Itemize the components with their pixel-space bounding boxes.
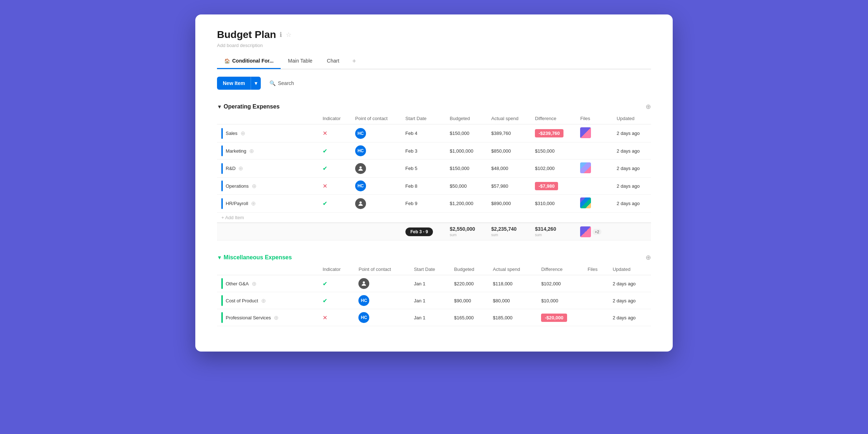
updated-cell: 2 days ago	[612, 195, 651, 213]
misc-updated-cell: 2 days ago	[608, 309, 651, 326]
misc-row-name-cell-1: Cost of Product ⊕	[217, 292, 318, 309]
home-icon: 🏠	[224, 58, 230, 64]
misc-contact-cell: HC	[354, 309, 409, 326]
row-add-icon[interactable]: ⊕	[238, 165, 243, 172]
row-add-icon[interactable]: ⊕	[241, 130, 245, 137]
file-thumbnail[interactable]	[580, 127, 591, 138]
col-start-date: Start Date	[401, 113, 446, 124]
summary-row: Feb 3 - 9 $2,550,000 sum $2,235,740 sum …	[217, 223, 651, 241]
search-button[interactable]: 🔍 Search	[265, 77, 298, 89]
row-add-icon[interactable]: ⊕	[252, 183, 256, 190]
row-name: Operations	[226, 183, 249, 189]
table-row: Marketing ⊕ ✔ HC Feb 3 $1,000,000 $850,0…	[217, 142, 651, 159]
misc-row-add-icon[interactable]: ⊕	[252, 280, 256, 287]
misc-start-date-cell: Jan 1	[409, 309, 450, 326]
misc-updated-cell: 2 days ago	[608, 275, 651, 292]
summary-file-thumb	[580, 226, 591, 237]
misc-row-add-icon[interactable]: ⊕	[274, 314, 278, 321]
col-difference: Difference	[531, 113, 576, 124]
misc-expenses-toggle[interactable]: ▼	[217, 255, 222, 260]
start-date-cell: Feb 5	[401, 159, 446, 178]
summary-empty	[217, 223, 318, 241]
indicator-cell: ✕	[318, 178, 351, 195]
info-icon[interactable]: ℹ	[280, 31, 282, 39]
start-date-cell: Feb 8	[401, 178, 446, 195]
table-row: HR/Payroll ⊕ ✔ Feb 9 $1,200,000 $890,000…	[217, 195, 651, 213]
table-row: Operations ⊕ ✕ HC Feb 8 $50,000 $57,980 …	[217, 178, 651, 195]
misc-updated-cell: 2 days ago	[608, 292, 651, 309]
search-icon: 🔍	[269, 80, 276, 86]
table-row: Sales ⊕ ✕ HC Feb 4 $150,000 $389,760 -$2…	[217, 124, 651, 142]
misc-budgeted-cell: $90,000	[450, 292, 489, 309]
misc-col-updated: Updated	[608, 264, 651, 275]
misc-row-name: Cost of Product	[226, 298, 258, 303]
indicator-x: ✕	[323, 183, 327, 189]
misc-indicator-cell: ✔	[318, 275, 354, 292]
avatar: HC	[358, 312, 369, 323]
col-actual-spend: Actual spend	[487, 113, 531, 124]
tab-chart[interactable]: Chart	[320, 54, 346, 69]
contact-cell	[351, 195, 401, 213]
indicator-x: ✕	[323, 130, 327, 136]
misc-start-date-cell: Jan 1	[409, 275, 450, 292]
row-bar	[221, 128, 223, 139]
misc-row-bar	[221, 278, 223, 289]
misc-row-add-icon[interactable]: ⊕	[261, 297, 266, 304]
indicator-cell: ✔	[318, 195, 351, 213]
updated-cell: 2 days ago	[612, 178, 651, 195]
file-thumbnail[interactable]	[580, 197, 591, 208]
title-row: Budget Plan ℹ ☆	[217, 29, 651, 41]
operating-expenses-toggle[interactable]: ▼	[217, 104, 222, 110]
board-title: Budget Plan	[217, 29, 276, 41]
indicator-x: ✕	[323, 315, 327, 321]
row-name: Marketing	[226, 148, 246, 154]
add-item-label[interactable]: + Add Item	[217, 213, 651, 223]
add-item-row[interactable]: + Add Item	[217, 213, 651, 223]
tab-conditional[interactable]: 🏠 Conditional For...	[217, 54, 281, 69]
col-updated: Updated	[612, 113, 651, 124]
files-cell	[576, 195, 612, 213]
misc-row-name: Professional Services	[226, 315, 271, 320]
misc-table-row: Professional Services ⊕ ✕ HC Jan 1 $165,…	[217, 309, 651, 326]
budgeted-cell: $150,000	[446, 159, 487, 178]
board-description[interactable]: Add board description	[217, 43, 651, 48]
avatar: HC	[355, 180, 366, 191]
contact-cell	[351, 159, 401, 178]
actual-spend-cell: $890,000	[487, 195, 531, 213]
contact-cell: HC	[351, 142, 401, 159]
misc-col-name	[217, 264, 318, 275]
new-item-button[interactable]: New Item ▾	[217, 77, 261, 90]
avatar: HC	[355, 145, 366, 156]
row-name-cell-2: R&D ⊕	[217, 159, 318, 178]
misc-expenses-add-btn[interactable]: ⊕	[646, 254, 651, 261]
new-item-dropdown-arrow[interactable]: ▾	[251, 77, 261, 90]
misc-start-date-cell: Jan 1	[409, 292, 450, 309]
summary-budgeted-amount: $2,550,000	[450, 226, 483, 232]
tabs-row: 🏠 Conditional For... Main Table Chart +	[217, 54, 651, 69]
start-date-cell: Feb 9	[401, 195, 446, 213]
files-cell	[576, 142, 612, 159]
table-row: R&D ⊕ ✔ Feb 5 $150,000 $48,000 $102,000 …	[217, 159, 651, 178]
svg-point-1	[359, 201, 362, 204]
misc-budgeted-cell: $165,000	[450, 309, 489, 326]
col-contact: Point of contact	[351, 113, 401, 124]
operating-expenses-add-btn[interactable]: ⊕	[646, 103, 651, 111]
row-bar	[221, 145, 223, 156]
misc-contact-cell: HC	[354, 292, 409, 309]
toolbar: New Item ▾ 🔍 Search	[195, 77, 673, 90]
col-budgeted: Budgeted	[446, 113, 487, 124]
table-header-row: Indicator Point of contact Start Date Bu…	[217, 113, 651, 124]
star-icon[interactable]: ☆	[286, 31, 292, 39]
row-add-icon[interactable]: ⊕	[251, 200, 256, 207]
files-cell	[576, 178, 612, 195]
files-cell	[576, 124, 612, 142]
row-add-icon[interactable]: ⊕	[249, 148, 254, 154]
difference-cell: -$239,760	[531, 124, 576, 142]
misc-col-start-date: Start Date	[409, 264, 450, 275]
tab-main-table[interactable]: Main Table	[281, 54, 319, 69]
summary-diff-label: sum	[535, 233, 542, 237]
tab-add-button[interactable]: +	[346, 54, 362, 69]
actual-spend-cell: $850,000	[487, 142, 531, 159]
file-thumbnail[interactable]	[580, 162, 591, 173]
col-name	[217, 113, 318, 124]
